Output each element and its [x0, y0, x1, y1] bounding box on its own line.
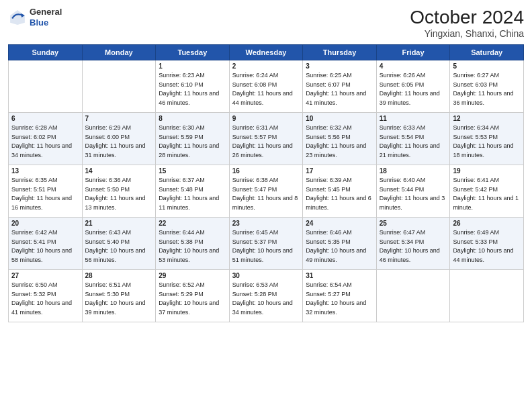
day-number: 23 [232, 220, 300, 227]
calendar-cell: 16Sunrise: 6:38 AM Sunset: 5:47 PM Dayli… [229, 165, 303, 218]
day-number: 27 [11, 272, 79, 279]
calendar-cell: 4Sunrise: 6:26 AM Sunset: 6:05 PM Daylig… [376, 60, 450, 113]
calendar-week-3: 13Sunrise: 6:35 AM Sunset: 5:51 PM Dayli… [9, 165, 524, 218]
day-number: 28 [85, 272, 153, 279]
logo-icon [8, 8, 27, 27]
header-row: Sunday Monday Tuesday Wednesday Thursday… [9, 45, 524, 60]
calendar-week-2: 6Sunrise: 6:28 AM Sunset: 6:02 PM Daylig… [9, 113, 524, 165]
calendar-cell: 23Sunrise: 6:45 AM Sunset: 5:37 PM Dayli… [229, 218, 303, 270]
calendar-week-5: 27Sunrise: 6:50 AM Sunset: 5:32 PM Dayli… [9, 270, 524, 322]
day-info: Sunrise: 6:24 AM Sunset: 6:08 PM Dayligh… [232, 71, 300, 107]
calendar-cell: 29Sunrise: 6:52 AM Sunset: 5:29 PM Dayli… [156, 270, 230, 322]
day-info: Sunrise: 6:29 AM Sunset: 6:00 PM Dayligh… [85, 124, 153, 160]
calendar-cell: 2Sunrise: 6:24 AM Sunset: 6:08 PM Daylig… [229, 60, 303, 113]
calendar-title: October 2024 [410, 7, 524, 28]
calendar-header: Sunday Monday Tuesday Wednesday Thursday… [9, 45, 524, 60]
calendar-cell: 14Sunrise: 6:36 AM Sunset: 5:50 PM Dayli… [82, 165, 156, 218]
day-number: 8 [159, 115, 226, 122]
day-info: Sunrise: 6:26 AM Sunset: 6:05 PM Dayligh… [380, 71, 447, 107]
col-thursday: Thursday [303, 45, 377, 60]
calendar-table: Sunday Monday Tuesday Wednesday Thursday… [8, 44, 524, 322]
calendar-cell: 15Sunrise: 6:37 AM Sunset: 5:48 PM Dayli… [156, 165, 230, 218]
calendar-cell [82, 60, 156, 113]
day-info: Sunrise: 6:50 AM Sunset: 5:32 PM Dayligh… [11, 281, 79, 317]
day-number: 6 [11, 115, 79, 122]
day-info: Sunrise: 6:51 AM Sunset: 5:30 PM Dayligh… [85, 281, 153, 317]
calendar-cell: 8Sunrise: 6:30 AM Sunset: 5:59 PM Daylig… [156, 113, 230, 165]
calendar-cell: 22Sunrise: 6:44 AM Sunset: 5:38 PM Dayli… [156, 218, 230, 270]
day-info: Sunrise: 6:42 AM Sunset: 5:41 PM Dayligh… [11, 228, 79, 265]
day-info: Sunrise: 6:40 AM Sunset: 5:44 PM Dayligh… [380, 176, 447, 212]
calendar-cell: 9Sunrise: 6:31 AM Sunset: 5:57 PM Daylig… [229, 113, 303, 165]
day-number: 24 [306, 220, 373, 227]
calendar-week-1: 1Sunrise: 6:23 AM Sunset: 6:10 PM Daylig… [9, 60, 524, 113]
calendar-cell: 11Sunrise: 6:33 AM Sunset: 5:54 PM Dayli… [376, 113, 450, 165]
day-info: Sunrise: 6:34 AM Sunset: 5:53 PM Dayligh… [453, 124, 521, 160]
day-info: Sunrise: 6:41 AM Sunset: 5:42 PM Dayligh… [453, 176, 521, 212]
calendar-cell: 10Sunrise: 6:32 AM Sunset: 5:56 PM Dayli… [303, 113, 377, 165]
day-number: 3 [306, 62, 373, 70]
calendar-cell: 31Sunrise: 6:54 AM Sunset: 5:27 PM Dayli… [303, 270, 377, 322]
calendar-cell: 18Sunrise: 6:40 AM Sunset: 5:44 PM Dayli… [376, 165, 450, 218]
calendar-cell: 26Sunrise: 6:49 AM Sunset: 5:33 PM Dayli… [450, 218, 524, 270]
calendar-cell: 5Sunrise: 6:27 AM Sunset: 6:03 PM Daylig… [450, 60, 524, 113]
day-number: 10 [306, 115, 373, 122]
day-info: Sunrise: 6:32 AM Sunset: 5:56 PM Dayligh… [306, 124, 373, 160]
day-number: 18 [380, 167, 447, 175]
day-info: Sunrise: 6:25 AM Sunset: 6:07 PM Dayligh… [306, 71, 373, 107]
day-info: Sunrise: 6:31 AM Sunset: 5:57 PM Dayligh… [232, 124, 300, 160]
calendar-body: 1Sunrise: 6:23 AM Sunset: 6:10 PM Daylig… [9, 60, 524, 322]
logo-text: General Blue [30, 7, 62, 28]
calendar-subtitle: Yingxian, Shanxi, China [410, 28, 524, 39]
day-number: 20 [11, 220, 79, 227]
col-monday: Monday [82, 45, 156, 60]
day-number: 26 [453, 220, 521, 227]
day-number: 21 [85, 220, 153, 227]
calendar-cell: 12Sunrise: 6:34 AM Sunset: 5:53 PM Dayli… [450, 113, 524, 165]
calendar-cell: 27Sunrise: 6:50 AM Sunset: 5:32 PM Dayli… [9, 270, 83, 322]
calendar-cell: 21Sunrise: 6:43 AM Sunset: 5:40 PM Dayli… [82, 218, 156, 270]
day-info: Sunrise: 6:36 AM Sunset: 5:50 PM Dayligh… [85, 176, 153, 212]
col-friday: Friday [376, 45, 450, 60]
calendar-cell: 3Sunrise: 6:25 AM Sunset: 6:07 PM Daylig… [303, 60, 377, 113]
calendar-cell: 24Sunrise: 6:46 AM Sunset: 5:35 PM Dayli… [303, 218, 377, 270]
day-number: 2 [232, 62, 300, 70]
calendar-cell [450, 270, 524, 322]
day-info: Sunrise: 6:35 AM Sunset: 5:51 PM Dayligh… [11, 176, 79, 212]
calendar-cell: 19Sunrise: 6:41 AM Sunset: 5:42 PM Dayli… [450, 165, 524, 218]
day-info: Sunrise: 6:53 AM Sunset: 5:28 PM Dayligh… [232, 281, 300, 317]
day-number: 31 [306, 272, 373, 279]
day-info: Sunrise: 6:46 AM Sunset: 5:35 PM Dayligh… [306, 228, 373, 265]
day-number: 17 [306, 167, 373, 175]
day-info: Sunrise: 6:45 AM Sunset: 5:37 PM Dayligh… [232, 228, 300, 265]
day-number: 15 [159, 167, 226, 175]
day-number: 16 [232, 167, 300, 175]
calendar-cell: 28Sunrise: 6:51 AM Sunset: 5:30 PM Dayli… [82, 270, 156, 322]
day-number: 7 [85, 115, 153, 122]
day-info: Sunrise: 6:49 AM Sunset: 5:33 PM Dayligh… [453, 228, 521, 265]
day-info: Sunrise: 6:33 AM Sunset: 5:54 PM Dayligh… [380, 124, 447, 160]
day-number: 1 [159, 62, 226, 70]
page-container: General Blue October 2024 Yingxian, Shan… [0, 0, 532, 328]
day-info: Sunrise: 6:37 AM Sunset: 5:48 PM Dayligh… [159, 176, 226, 212]
day-number: 30 [232, 272, 300, 279]
col-wednesday: Wednesday [229, 45, 303, 60]
calendar-cell [376, 270, 450, 322]
logo: General Blue [8, 7, 62, 28]
day-number: 29 [159, 272, 226, 279]
day-number: 11 [380, 115, 447, 122]
day-info: Sunrise: 6:38 AM Sunset: 5:47 PM Dayligh… [232, 176, 300, 212]
calendar-cell: 17Sunrise: 6:39 AM Sunset: 5:45 PM Dayli… [303, 165, 377, 218]
day-info: Sunrise: 6:27 AM Sunset: 6:03 PM Dayligh… [453, 71, 521, 107]
calendar-cell: 7Sunrise: 6:29 AM Sunset: 6:00 PM Daylig… [82, 113, 156, 165]
calendar-cell: 13Sunrise: 6:35 AM Sunset: 5:51 PM Dayli… [9, 165, 83, 218]
day-info: Sunrise: 6:28 AM Sunset: 6:02 PM Dayligh… [11, 124, 79, 160]
day-info: Sunrise: 6:30 AM Sunset: 5:59 PM Dayligh… [159, 124, 226, 160]
calendar-cell: 1Sunrise: 6:23 AM Sunset: 6:10 PM Daylig… [156, 60, 230, 113]
calendar-week-4: 20Sunrise: 6:42 AM Sunset: 5:41 PM Dayli… [9, 218, 524, 270]
col-saturday: Saturday [450, 45, 524, 60]
col-tuesday: Tuesday [156, 45, 230, 60]
day-number: 19 [453, 167, 521, 175]
calendar-cell: 25Sunrise: 6:47 AM Sunset: 5:34 PM Dayli… [376, 218, 450, 270]
day-info: Sunrise: 6:23 AM Sunset: 6:10 PM Dayligh… [159, 71, 226, 107]
